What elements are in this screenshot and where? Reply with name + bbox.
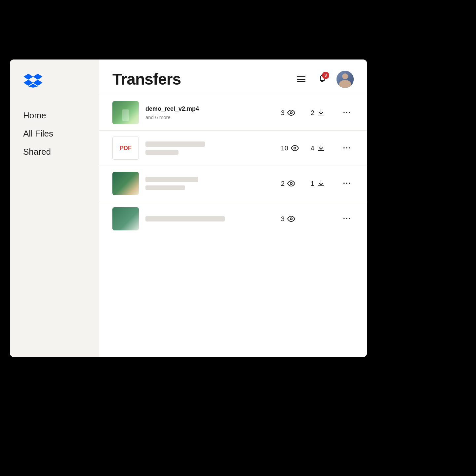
transfer-info bbox=[145, 141, 274, 155]
redacted-name bbox=[145, 177, 198, 182]
download-icon bbox=[317, 109, 325, 117]
transfer-info: demo_reel_v2.mp4 and 6 more bbox=[145, 105, 274, 120]
download-icon bbox=[317, 144, 325, 152]
transfer-info bbox=[145, 216, 274, 221]
pdf-label: PDF bbox=[120, 145, 132, 152]
eye-icon bbox=[291, 144, 299, 152]
download-icon bbox=[317, 179, 325, 187]
transfer-name: demo_reel_v2.mp4 bbox=[145, 105, 274, 112]
download-count: 1 bbox=[311, 180, 314, 187]
view-stat: 10 bbox=[281, 144, 301, 152]
main-content: Transfers 3 bbox=[99, 60, 367, 357]
more-options-button[interactable]: ··· bbox=[340, 212, 354, 226]
more-options-button[interactable]: ··· bbox=[340, 106, 354, 120]
dropbox-logo bbox=[23, 73, 43, 89]
thumbnail-bottles bbox=[112, 207, 139, 230]
download-count: 4 bbox=[311, 144, 314, 152]
svg-point-1 bbox=[290, 112, 292, 114]
transfer-stats: 3 ··· bbox=[281, 212, 354, 226]
transfer-item: 2 1 ··· bbox=[99, 166, 367, 201]
sidebar-item-home[interactable]: Home bbox=[10, 106, 99, 125]
notification-badge: 3 bbox=[322, 72, 329, 79]
thumbnail-pdf: PDF bbox=[112, 137, 139, 160]
transfer-list: demo_reel_v2.mp4 and 6 more 3 2 bbox=[99, 95, 367, 357]
transfer-info bbox=[145, 177, 274, 190]
download-stat: 1 bbox=[311, 179, 331, 187]
more-dots: ··· bbox=[343, 215, 351, 223]
page-title: Transfers bbox=[112, 70, 181, 88]
sidebar: Home All Files Shared bbox=[10, 60, 99, 357]
thumbnail-cosmetics bbox=[112, 172, 139, 195]
more-options-button[interactable]: ··· bbox=[340, 177, 354, 190]
notification-button[interactable]: 3 bbox=[315, 71, 330, 87]
transfer-subtitle: and 6 more bbox=[145, 114, 274, 120]
redacted-sub bbox=[145, 185, 185, 190]
view-count: 2 bbox=[281, 180, 285, 187]
view-count: 3 bbox=[281, 215, 285, 223]
more-dots: ··· bbox=[343, 144, 351, 152]
svg-point-4 bbox=[290, 218, 292, 220]
redacted-name bbox=[145, 216, 225, 221]
svg-point-2 bbox=[294, 147, 296, 149]
transfer-item: demo_reel_v2.mp4 and 6 more 3 2 bbox=[99, 95, 367, 131]
download-count: 2 bbox=[311, 109, 314, 117]
top-header: Transfers 3 bbox=[99, 60, 367, 95]
download-stat: 4 bbox=[311, 144, 331, 152]
view-count: 10 bbox=[281, 144, 288, 152]
more-dots: ··· bbox=[343, 179, 351, 187]
more-options-button[interactable]: ··· bbox=[340, 141, 354, 155]
menu-line-3 bbox=[297, 81, 305, 82]
more-dots: ··· bbox=[343, 108, 351, 117]
avatar-image bbox=[337, 71, 354, 88]
transfer-stats: 3 2 ··· bbox=[281, 106, 354, 120]
header-actions: 3 bbox=[294, 71, 354, 88]
eye-icon bbox=[287, 215, 295, 223]
transfer-item: PDF 10 4 bbox=[99, 131, 367, 166]
menu-line-1 bbox=[297, 76, 305, 77]
sidebar-item-all-files[interactable]: All Files bbox=[10, 125, 99, 143]
view-count: 3 bbox=[281, 109, 285, 117]
menu-line-2 bbox=[297, 79, 305, 80]
menu-button[interactable] bbox=[294, 74, 308, 85]
eye-icon bbox=[287, 109, 295, 117]
svg-point-3 bbox=[290, 182, 292, 184]
download-stat: 2 bbox=[311, 109, 331, 117]
redacted-name bbox=[145, 141, 205, 147]
user-avatar[interactable] bbox=[337, 71, 354, 88]
redacted-sub bbox=[145, 150, 178, 155]
transfer-stats: 10 4 ··· bbox=[281, 141, 354, 155]
transfer-stats: 2 1 ··· bbox=[281, 177, 354, 190]
sidebar-nav: Home All Files Shared bbox=[10, 106, 99, 161]
view-stat: 3 bbox=[281, 215, 301, 223]
thumbnail-video bbox=[112, 101, 139, 124]
transfer-item: 3 ··· bbox=[99, 201, 367, 236]
view-stat: 3 bbox=[281, 109, 301, 117]
logo-area bbox=[10, 73, 99, 106]
eye-icon bbox=[287, 179, 295, 187]
sidebar-item-shared[interactable]: Shared bbox=[10, 143, 99, 161]
view-stat: 2 bbox=[281, 179, 301, 187]
